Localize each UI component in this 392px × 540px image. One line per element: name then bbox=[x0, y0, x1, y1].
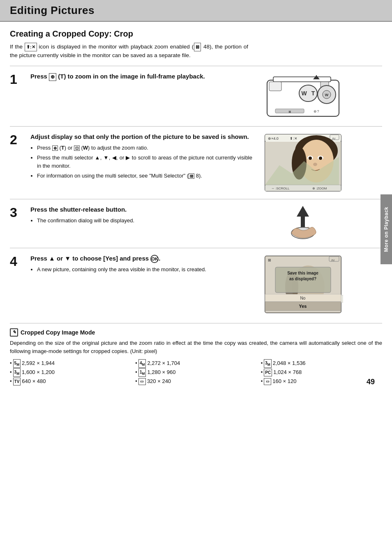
step-2-number: 2 bbox=[10, 132, 26, 146]
svg-marker-34 bbox=[297, 206, 309, 228]
list-item: ▭ 320 × 240 bbox=[135, 377, 256, 386]
step-3-body: The confirmation dialog will be displaye… bbox=[30, 217, 252, 225]
svg-text:Yes: Yes bbox=[299, 304, 307, 309]
svg-point-26 bbox=[309, 157, 312, 160]
page-number: 49 bbox=[367, 378, 375, 386]
step-1-content: Press ⊕ (T) to zoom in on the image in f… bbox=[30, 72, 252, 83]
step-3-heading: Press the shutter-release button. bbox=[30, 205, 252, 214]
svg-text:⊕ :ZOOM: ⊕ :ZOOM bbox=[312, 187, 327, 190]
step-4-heading: Press ▲ ✎or ▼ to choose [Yes] and press … bbox=[30, 254, 252, 263]
image-mode-col-2: 4M 2,272 × 1,704 1M 1,280 × 960 ▭ 320 × … bbox=[135, 359, 256, 386]
step-1-row: 1 Press ⊕ (T) to zoom in on the image in… bbox=[10, 66, 382, 126]
confirm-screen-svg: ⊠ IN Save this image as displayed? No Ye… bbox=[263, 254, 343, 315]
step-4-number: 4 bbox=[10, 254, 26, 268]
step-2-body: Press ⊕ (T) or ⊡ (W) to adjust the zoom … bbox=[30, 144, 252, 180]
side-tab: More on Playback bbox=[380, 194, 392, 264]
section-title: Creating a Cropped Copy: Crop bbox=[10, 29, 382, 39]
image-mode-col-1: 5M 2,592 × 1,944 3M 1,600 × 1,200 TV 640… bbox=[10, 359, 131, 386]
step-2-heading: Adjust display so that only the portion … bbox=[30, 132, 252, 141]
step-2-content: Adjust display so that only the portion … bbox=[30, 132, 252, 182]
camera-screen-step2-svg: ⊕×4.0 ⬆:✕ IN bbox=[263, 132, 343, 193]
step-3-image bbox=[260, 205, 346, 242]
step-4-row: 4 Press ▲ ✎or ▼ to choose [Yes] and pres… bbox=[10, 248, 382, 321]
page-title: Editing Pictures bbox=[10, 4, 382, 17]
list-item: 4M 2,272 × 1,704 bbox=[135, 359, 256, 368]
list-item: 3M 1,600 × 1,200 bbox=[10, 368, 131, 377]
main-content: Creating a Cropped Copy: Crop If the ⬆:✕… bbox=[0, 22, 392, 394]
step-3-content: Press the shutter-release button. The co… bbox=[30, 205, 252, 226]
step-1-heading: Press ⊕ (T) to zoom in on the image in f… bbox=[30, 72, 252, 81]
step-1-number: 1 bbox=[10, 72, 26, 86]
svg-text:⊠: ⊠ bbox=[268, 258, 271, 262]
note-icon: ✎ bbox=[10, 328, 18, 337]
svg-rect-1 bbox=[273, 77, 331, 82]
list-item: PC 1,024 × 768 bbox=[261, 368, 382, 377]
svg-point-29 bbox=[313, 163, 317, 166]
shutter-svg bbox=[276, 205, 330, 242]
camera-top-svg: W W T ▣ ⊕? bbox=[263, 72, 343, 120]
svg-rect-2 bbox=[269, 82, 281, 91]
svg-text:W: W bbox=[325, 93, 328, 97]
svg-point-28 bbox=[319, 157, 322, 160]
list-item: 1M 1,280 × 960 bbox=[135, 368, 256, 377]
step-1-image: W W T ▣ ⊕? bbox=[260, 72, 346, 120]
svg-text:IN: IN bbox=[331, 258, 334, 262]
svg-text:⬆:✕: ⬆:✕ bbox=[290, 136, 297, 141]
image-mode-col-3: 3M 2,048 × 1,536 PC 1,024 × 768 ▭ 160 × … bbox=[261, 359, 382, 386]
list-item: ▭ 160 × 120 bbox=[261, 377, 382, 386]
svg-text:No: No bbox=[300, 296, 305, 300]
step-3-row: 3 Press the shutter-release button. The … bbox=[10, 199, 382, 248]
svg-text:⊕?: ⊕? bbox=[314, 109, 319, 113]
intro-text: If the ⬆:✕ icon is displayed in the moni… bbox=[10, 43, 248, 60]
step-2-image: ⊕×4.0 ⬆:✕ IN bbox=[260, 132, 346, 193]
list-item: 3M 2,048 × 1,536 bbox=[261, 359, 382, 368]
step-4-body: A new picture, containing only the area … bbox=[30, 265, 252, 274]
list-item: TV 640 × 480 bbox=[10, 377, 131, 386]
svg-text:T: T bbox=[311, 90, 315, 97]
note-text: Depending on the size of the original pi… bbox=[10, 339, 382, 355]
step-2-row: 2 Adjust display so that only the portio… bbox=[10, 126, 382, 199]
svg-text:⊕×4.0: ⊕×4.0 bbox=[268, 136, 279, 141]
svg-text:▣: ▣ bbox=[288, 110, 291, 113]
note-box: ✎ Cropped Copy Image Mode Depending on t… bbox=[10, 323, 382, 386]
svg-text:Save this image: Save this image bbox=[287, 271, 318, 275]
image-mode-list: 5M 2,592 × 1,944 3M 1,600 × 1,200 TV 640… bbox=[10, 359, 382, 386]
page-header: Editing Pictures bbox=[0, 0, 392, 22]
step-3-number: 3 bbox=[10, 205, 26, 219]
svg-text:as displayed?: as displayed? bbox=[289, 277, 316, 281]
step-4-image: ⊠ IN Save this image as displayed? No Ye… bbox=[260, 254, 346, 315]
note-title: ✎ Cropped Copy Image Mode bbox=[10, 328, 382, 337]
svg-text:W: W bbox=[301, 90, 307, 97]
svg-text:↔ :SCROLL: ↔ :SCROLL bbox=[271, 187, 290, 190]
list-item: 5M 2,592 × 1,944 bbox=[10, 359, 131, 368]
step-4-content: Press ▲ ✎or ▼ to choose [Yes] and press … bbox=[30, 254, 252, 275]
svg-text:IN: IN bbox=[332, 137, 335, 141]
